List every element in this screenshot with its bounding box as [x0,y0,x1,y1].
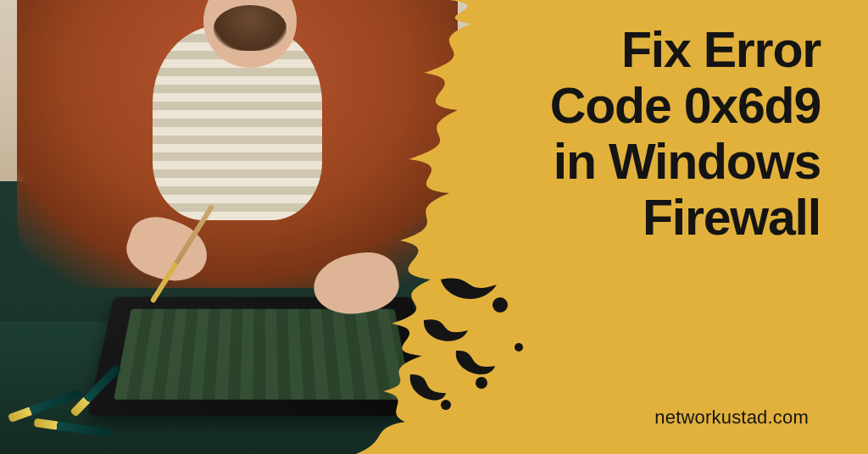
headline-line: Code 0x6d9 [550,78,821,134]
svg-point-0 [492,297,508,313]
headline-line: Firewall [643,190,821,246]
laptop-motherboard [114,309,412,400]
graphic-banner: Fix Error Code 0x6d9 in Windows Firewall… [0,0,868,454]
headline-line: in Windows [554,134,821,190]
person-beard [214,5,287,51]
svg-point-2 [515,343,523,352]
headline-line: Fix Error [621,22,821,78]
site-credit: networkustad.com [654,407,809,429]
hero-photo [0,0,475,454]
headline: Fix Error Code 0x6d9 in Windows Firewall [456,22,821,246]
svg-point-1 [476,377,487,389]
